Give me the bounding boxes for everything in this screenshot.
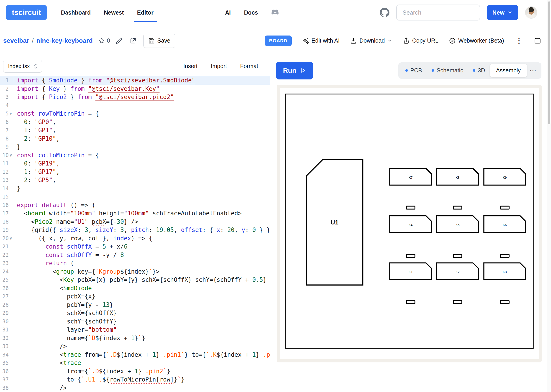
code-line-9[interactable]: 9} xyxy=(0,143,270,151)
code-line-28[interactable]: 28 pcbY={y - 13} xyxy=(0,301,270,309)
new-button[interactable]: New xyxy=(487,5,518,20)
tab-assembly[interactable]: Assembly xyxy=(490,64,527,77)
code-line-5[interactable]: 5∨const rowToMicroPin = { xyxy=(0,110,270,118)
code-line-17[interactable]: 17 <board width="100mm" height="100mm" s… xyxy=(0,209,270,218)
nav-link-editor[interactable]: Editor xyxy=(137,8,154,17)
file-select[interactable]: index.tsx xyxy=(3,60,42,73)
code-line-30[interactable]: 30 schY={schOffY} xyxy=(0,317,270,326)
nav-link-dashboard[interactable]: Dashboard xyxy=(60,8,91,17)
nav-link-ai[interactable]: AI xyxy=(225,8,231,17)
tab-schematic[interactable]: Schematic xyxy=(427,64,468,77)
tab-pcb[interactable]: PCB xyxy=(401,64,427,77)
save-button[interactable]: Save xyxy=(143,34,175,48)
code-line-20[interactable]: 20∨ ({ x, y, row, col }, index) => { xyxy=(0,234,270,243)
code-line-29[interactable]: 29 schX={schOffX} xyxy=(0,309,270,317)
code-line-15[interactable]: 15 xyxy=(0,193,270,201)
star-icon[interactable] xyxy=(98,37,105,44)
code-line-1[interactable]: 1import { SmdDiode } from "@tsci/seveiba… xyxy=(0,76,270,85)
share-external-icon[interactable] xyxy=(130,37,136,44)
fold-gutter xyxy=(9,375,13,384)
code-line-24[interactable]: 24 <group key={`Kgroup${index}`}> xyxy=(0,267,270,276)
code-line-31[interactable]: 31 layer="bottom" xyxy=(0,326,270,334)
board-badge[interactable]: BOARD xyxy=(265,35,292,46)
tscircuit-logo[interactable]: tscircuit xyxy=(6,5,47,20)
code-line-18[interactable]: 18 <Pico2 name="U1" pcbX={-30} /> xyxy=(0,218,270,226)
diode[interactable] xyxy=(501,206,509,209)
tab-3d[interactable]: 3D xyxy=(468,64,490,77)
webworker-button[interactable]: Webworker (Beta) xyxy=(449,37,504,44)
tabs-more-button[interactable]: ⋯ xyxy=(527,66,539,74)
code-text: ({ x, y, row, col }, index) => { xyxy=(13,234,270,243)
code-line-14[interactable]: 14} xyxy=(0,184,270,193)
code-line-22[interactable]: 22 const schOffY = -y / 8 xyxy=(0,251,270,259)
fold-chevron-icon[interactable]: ∨ xyxy=(9,151,13,160)
top-navbar: tscircuit DashboardNewestEditorAIDocs Ne… xyxy=(0,0,551,25)
code-line-11[interactable]: 11 0: "GP19", xyxy=(0,159,270,168)
code-line-26[interactable]: 26 <SmdDiode xyxy=(0,284,270,293)
copy-url-button[interactable]: Copy URL xyxy=(403,37,438,44)
code-line-27[interactable]: 27 pcbX={x} xyxy=(0,292,270,301)
code-area[interactable]: 1import { SmdDiode } from "@tsci/seveiba… xyxy=(0,76,270,392)
code-text: name={`D${index + 1}`} xyxy=(13,334,270,342)
code-line-12[interactable]: 12 1: "GP17", xyxy=(0,168,270,176)
code-line-2[interactable]: 2import { Key } from "@tsci/seveibar.Key… xyxy=(0,85,270,93)
panel-layout-icon[interactable] xyxy=(534,37,541,44)
breadcrumb-owner[interactable]: seveibar xyxy=(3,37,29,44)
fold-gutter xyxy=(9,76,13,85)
import-button[interactable]: Import xyxy=(211,63,227,70)
diode[interactable] xyxy=(501,254,509,258)
code-text: export default () => ( xyxy=(13,201,270,210)
code-line-4[interactable]: 4 xyxy=(0,101,270,110)
fold-chevron-icon[interactable]: ∨ xyxy=(9,110,13,118)
diode[interactable] xyxy=(453,254,462,258)
search-input[interactable] xyxy=(402,9,474,16)
diode[interactable] xyxy=(501,301,509,304)
chip-U1-label: U1 xyxy=(331,219,339,226)
nav-link-newest[interactable]: Newest xyxy=(103,8,124,17)
code-line-32[interactable]: 32 name={`D${index + 1}`} xyxy=(0,334,270,342)
diode[interactable] xyxy=(453,301,462,304)
scrollbar-thumb[interactable] xyxy=(548,1,550,124)
code-text: import { Key } from "@tsci/seveibar.Key" xyxy=(13,85,270,93)
diode[interactable] xyxy=(406,206,415,209)
assembly-canvas[interactable]: U1 K7K8K9K4K5K6K1K2K3 xyxy=(277,85,542,362)
code-line-8[interactable]: 8 2: "GP10", xyxy=(0,134,270,143)
code-line-35[interactable]: 35 <trace xyxy=(0,359,270,367)
code-line-38[interactable]: 38 /> xyxy=(0,384,270,392)
code-line-16[interactable]: 16export default () => ( xyxy=(0,201,270,210)
code-line-33[interactable]: 33 /> xyxy=(0,342,270,350)
insert-button[interactable]: Insert xyxy=(183,63,198,70)
download-button[interactable]: Download xyxy=(350,37,392,44)
format-button[interactable]: Format xyxy=(240,63,258,70)
code-line-37[interactable]: 37 to={`.U1 .${rowToMicroPin[row]}`} xyxy=(0,375,270,384)
breadcrumb-separator: / xyxy=(32,37,34,44)
code-text: 2: "GP10", xyxy=(13,134,270,143)
code-line-34[interactable]: 34 <trace from={`.D${index + 1} .pin1`} … xyxy=(0,350,270,359)
edit-pencil-icon[interactable] xyxy=(115,37,122,44)
code-line-13[interactable]: 13 2: "GP5", xyxy=(0,176,270,184)
key-label-K2: K2 xyxy=(456,270,459,274)
code-line-36[interactable]: 36 from={`.D${index + 1} .pin2`} xyxy=(0,367,270,376)
avatar[interactable] xyxy=(525,6,537,19)
run-button[interactable]: Run xyxy=(276,62,313,79)
discord-icon[interactable] xyxy=(271,8,279,17)
code-line-6[interactable]: 6 0: "GP0", xyxy=(0,118,270,126)
kebab-menu-icon[interactable]: ⋮ xyxy=(515,36,523,45)
page-scrollbar[interactable] xyxy=(547,0,551,392)
breadcrumb-project[interactable]: nine-key-keyboard xyxy=(36,37,93,44)
code-line-21[interactable]: 21 const schOffX = 5 + x/6 xyxy=(0,242,270,251)
code-line-19[interactable]: 19 {grid({ sizeX: 3, sizeY: 3, pitch: 19… xyxy=(0,226,270,234)
fold-gutter xyxy=(9,85,13,93)
diode[interactable] xyxy=(406,254,415,258)
diode[interactable] xyxy=(406,301,415,304)
code-line-7[interactable]: 7 1: "GP1", xyxy=(0,126,270,134)
fold-chevron-icon[interactable]: ∨ xyxy=(9,234,13,243)
code-line-3[interactable]: 3import { Pico2 } from "@tsci/seveibar.p… xyxy=(0,93,270,101)
diode[interactable] xyxy=(453,206,462,209)
code-line-25[interactable]: 25 <Key pcbX={x} pcbY={y} schX={schOffX}… xyxy=(0,276,270,284)
code-line-10[interactable]: 10∨const colToMicroPin = { xyxy=(0,151,270,160)
code-line-23[interactable]: 23 return ( xyxy=(0,259,270,267)
edit-with-ai-button[interactable]: Edit with AI xyxy=(302,37,340,44)
nav-link-docs[interactable]: Docs xyxy=(243,8,258,17)
github-icon[interactable] xyxy=(380,8,389,17)
